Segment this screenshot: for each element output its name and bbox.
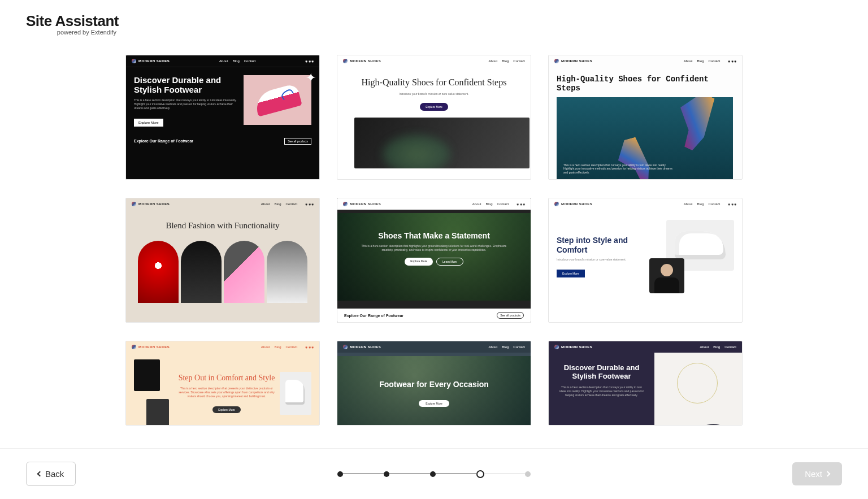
nav-contact: Contact [709, 202, 721, 206]
preview-images [134, 241, 311, 303]
preview-brand: MODERN SHOES [350, 59, 381, 63]
template-card-2[interactable]: MODERN SHOES AboutBlogContact High-Quali… [337, 55, 531, 180]
template-card-8[interactable]: MODERN SHOES AboutBlogContact Footwear f… [337, 341, 531, 426]
nav-about: About [472, 202, 481, 206]
social-icons: ◉ ◉ ◉ [728, 202, 736, 206]
app-header: Site Assistant powered by Extendify [0, 0, 868, 41]
preview-image-right [280, 372, 311, 415]
template-card-6[interactable]: MODERN SHOES AboutBlogContact ◉ ◉ ◉ Step… [548, 198, 743, 323]
nav-blog: Blog [275, 202, 281, 206]
nav-contact: Contact [513, 59, 525, 63]
step-dot-4-current [476, 470, 484, 478]
preview-brand: MODERN SHOES [561, 59, 592, 63]
nav-contact: Contact [513, 345, 525, 349]
preview-cta: Explore More [420, 103, 448, 111]
step-dot-1 [337, 471, 343, 477]
preview-brand: MODERN SHOES [138, 59, 170, 63]
progress-stepper [337, 470, 531, 478]
template-grid: MODERN SHOES AboutBlogContact ◉ ◉ ◉ Disc… [0, 41, 868, 426]
chevron-left-icon [37, 471, 43, 477]
preview-desc: Introduce your brand's mission or core v… [354, 92, 514, 96]
preview-headline: Footwear for Every Occasion [360, 380, 508, 389]
template-card-7[interactable]: MODERN SHOES AboutBlogContact ◉ ◉ ◉ Step… [125, 341, 320, 426]
preview-desc: Introduce your brand's mission or core v… [557, 258, 643, 261]
step-dot-3 [430, 471, 436, 477]
preview-headline: Discover Durable and Stylish Footwear [134, 75, 240, 95]
app-title: Site Assistant [26, 12, 842, 30]
nav-about: About [489, 345, 498, 349]
preview-cta: Explore More [557, 270, 585, 277]
preview-images-left [134, 359, 173, 426]
nav-about: About [684, 59, 693, 63]
nav-contact: Contact [286, 345, 298, 349]
logo-icon [554, 59, 559, 63]
social-icons: ◉ ◉ ◉ [517, 202, 525, 206]
preview-brand: MODERN SHOES [561, 345, 592, 349]
nav-blog: Blog [502, 59, 509, 63]
back-label: Back [45, 469, 64, 479]
step-dot-2 [384, 471, 389, 477]
preview-desc: This is a hero section description that … [178, 387, 275, 398]
preview-footer-cta: See all products [497, 312, 524, 319]
template-card-4[interactable]: MODERN SHOES AboutBlogContact ◉ ◉ ◉ Blen… [125, 198, 320, 323]
nav-about: About [219, 59, 228, 63]
preview-brand: MODERN SHOES [138, 345, 170, 349]
nav-blog: Blog [486, 202, 493, 206]
social-icons: ◉ ◉ ◉ [305, 345, 314, 349]
step-dot-5 [525, 471, 531, 477]
next-label: Next [805, 469, 822, 479]
nav-blog: Blog [275, 345, 281, 349]
preview-brand: MODERN SHOES [138, 202, 170, 206]
nav-blog: Blog [502, 345, 509, 349]
preview-footer-title: Explore Our Range of Footwear [344, 314, 403, 318]
back-button[interactable]: Back [26, 462, 76, 486]
template-card-5[interactable]: MODERN SHOES AboutBlogContact ◉ ◉ ◉ Shoe… [337, 198, 531, 323]
preview-image [354, 118, 530, 168]
preview-brand: MODERN SHOES [350, 345, 381, 349]
preview-cta: Explore More [212, 406, 241, 413]
preview-headline: Step into Style and Comfort [557, 236, 643, 254]
template-card-1[interactable]: MODERN SHOES AboutBlogContact ◉ ◉ ◉ Disc… [125, 55, 320, 180]
preview-headline: Discover Durable and Stylish Footwear [558, 364, 645, 381]
preview-headline: High-Quality Shoes for Confident Steps [354, 77, 514, 88]
logo-icon [343, 345, 348, 349]
nav-about: About [261, 345, 270, 349]
logo-icon [343, 202, 348, 206]
preview-footer-title: Explore Our Range of Footwear [134, 139, 193, 143]
nav-blog: Blog [233, 59, 240, 63]
nav-contact: Contact [286, 202, 298, 206]
nav-blog: Blog [697, 202, 704, 206]
preview-footer-cta: See all products [284, 138, 311, 145]
wizard-footer: Back Next [0, 448, 868, 499]
nav-blog: Blog [713, 345, 720, 349]
preview-desc: This is a hero section description that … [558, 385, 645, 397]
social-icons: ◉ ◉ ◉ [728, 59, 736, 63]
nav-contact: Contact [724, 345, 736, 349]
preview-desc: This is a hero section description that … [360, 244, 508, 252]
chevron-right-icon [825, 471, 831, 477]
nav-blog: Blog [697, 59, 704, 63]
preview-headline: Step Out in Comfort and Style [178, 374, 275, 383]
social-icons: ◉ ◉ ◉ [305, 59, 314, 63]
preview-brand: MODERN SHOES [561, 202, 592, 206]
preview-cta: Explore More [419, 400, 449, 407]
nav-about: About [261, 202, 270, 206]
nav-contact: Contact [709, 59, 721, 63]
logo-icon [554, 202, 559, 206]
preview-cta-primary: Explore More [405, 258, 433, 266]
preview-image: ✦ [244, 75, 311, 125]
preview-cta: Explore More [134, 119, 163, 127]
next-button[interactable]: Next [792, 462, 842, 485]
social-icons: ◉ ◉ ◉ [305, 202, 314, 206]
template-card-3[interactable]: MODERN SHOES AboutBlogContact ◉ ◉ ◉ High… [548, 55, 743, 180]
logo-icon [132, 202, 136, 206]
preview-cta-secondary: Learn More [436, 258, 463, 266]
nav-about: About [700, 345, 709, 349]
preview-image [654, 353, 742, 426]
logo-icon [132, 345, 136, 349]
nav-contact: Contact [497, 202, 509, 206]
logo-icon [554, 345, 559, 349]
preview-images [649, 220, 734, 293]
preview-headline: High-Quality Shoes for Confident Steps [557, 75, 734, 93]
template-card-9[interactable]: MODERN SHOES AboutBlogContact Discover D… [548, 341, 743, 426]
